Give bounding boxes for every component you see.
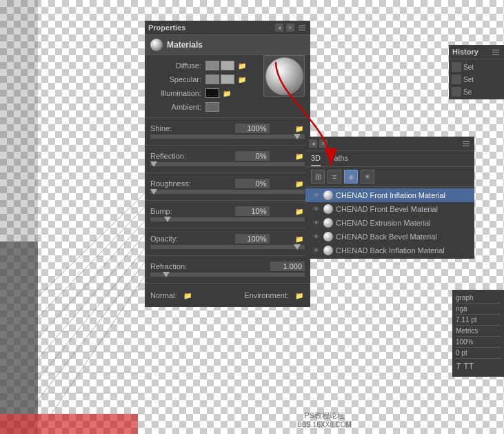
specular-folder-icon[interactable]: 📁 — [236, 75, 248, 84]
roughness-label: Roughness: — [150, 179, 212, 188]
history-item[interactable]: Set — [449, 73, 504, 86]
threed-tool-table[interactable]: ≡ — [327, 170, 341, 184]
environment-label: Environment: — [244, 291, 289, 299]
reflection-folder-icon[interactable]: 📁 — [294, 151, 305, 161]
material-list-item[interactable]: 👁 CHENAD Back Inflation Material — [305, 244, 474, 257]
ambient-label: Ambient: — [150, 103, 205, 111]
material-list-item[interactable]: 👁 CHENAD Front Inflation Material — [305, 188, 474, 202]
eye-icon[interactable]: 👁 — [311, 206, 321, 213]
divider2 — [145, 145, 310, 146]
threed-menu-icon[interactable] — [461, 139, 471, 148]
normal-label: Normal: — [150, 291, 177, 299]
bump-track[interactable] — [150, 217, 305, 221]
reflection-row: Reflection: 📁 — [145, 149, 310, 169]
eye-icon[interactable]: 👁 — [311, 247, 321, 254]
material-name: CHENAD Extrusion Material — [336, 219, 431, 227]
bump-value[interactable] — [235, 206, 270, 216]
close-button[interactable]: × — [286, 23, 294, 32]
eye-icon[interactable]: 👁 — [311, 233, 321, 240]
threed-panel: ◂ × 3D Paths ⊞ ≡ ◈ ☀ 👁 CHENAD Front Infl… — [305, 137, 474, 259]
roughness-value[interactable] — [235, 179, 270, 188]
eye-icon[interactable]: 👁 — [311, 192, 321, 199]
history-menu-icon[interactable] — [491, 47, 501, 57]
ambient-row: Ambient: — [145, 100, 310, 114]
roughness-thumb[interactable] — [150, 189, 157, 195]
material-icon — [323, 232, 333, 241]
svg-line-6 — [38, 221, 145, 338]
shine-row: Shine: 📁 — [145, 121, 310, 141]
ambient-swatch[interactable] — [205, 102, 219, 112]
specular-swatch[interactable] — [205, 75, 219, 84]
char-zoom-label: 100% — [456, 338, 474, 346]
shine-value[interactable] — [235, 124, 270, 133]
shine-track[interactable] — [150, 135, 305, 139]
svg-line-7 — [38, 207, 145, 317]
threed-tool-shape[interactable]: ◈ — [344, 170, 358, 184]
diffuse-swatch2[interactable] — [221, 61, 234, 70]
normal-folder-icon[interactable]: 📁 — [182, 290, 193, 300]
reflection-thumb[interactable] — [150, 161, 157, 167]
svg-line-4 — [38, 248, 145, 379]
roughness-folder-icon[interactable]: 📁 — [294, 179, 305, 188]
illumination-swatch[interactable] — [205, 88, 219, 98]
specular-swatch2[interactable] — [221, 75, 234, 84]
material-list-item[interactable]: 👁 CHENAD Back Bevel Material — [305, 230, 474, 244]
shine-label: Shine: — [150, 124, 212, 132]
character-panel: graph nga 7.11 pt Metrics 100% 0 pt T TT — [452, 290, 504, 377]
opacity-thumb[interactable] — [294, 244, 301, 250]
properties-panel: Properties ◂ × Materials Diffuse: 📁 Spec… — [145, 21, 310, 307]
material-list-item[interactable]: 👁 CHENAD Front Bevel Material — [305, 202, 474, 216]
refraction-row: Refraction: — [145, 259, 310, 279]
environment-folder-icon[interactable]: 📁 — [294, 290, 305, 300]
divider7 — [145, 283, 310, 284]
char-size-label: 7.11 pt — [456, 316, 477, 324]
reflection-track[interactable] — [150, 162, 305, 166]
eye-icon[interactable]: 👁 — [311, 219, 321, 226]
history-item-icon — [452, 87, 461, 97]
opacity-value[interactable] — [235, 234, 270, 244]
diffuse-swatch[interactable] — [205, 61, 219, 70]
bump-row: Bump: 📁 — [145, 204, 310, 224]
bump-folder-icon[interactable]: 📁 — [294, 206, 305, 216]
regular-T-icon: TT — [463, 362, 474, 371]
svg-line-2 — [38, 276, 145, 434]
refraction-value[interactable] — [270, 262, 305, 271]
threed-close-button[interactable]: × — [319, 139, 327, 148]
tab-3d[interactable]: 3D — [311, 151, 321, 166]
roughness-track[interactable] — [150, 190, 305, 194]
history-item[interactable]: Se — [449, 86, 504, 98]
diffuse-folder-icon[interactable]: 📁 — [236, 61, 248, 70]
material-preview-container — [263, 55, 305, 97]
tab-paths[interactable]: Paths — [329, 151, 348, 166]
minimize-button[interactable]: ◂ — [275, 23, 283, 32]
bump-thumb[interactable] — [164, 217, 171, 222]
char-nga-row: nga — [456, 304, 501, 315]
roughness-row: Roughness: 📁 — [145, 177, 310, 197]
char-metrics-row: Metrics — [456, 326, 501, 337]
materials-header: Materials — [145, 35, 310, 55]
illumination-folder-icon[interactable]: 📁 — [221, 88, 232, 98]
material-name: CHENAD Back Bevel Material — [336, 233, 437, 241]
material-name: CHENAD Back Inflation Material — [336, 246, 445, 255]
refraction-track[interactable] — [150, 273, 305, 277]
opacity-track[interactable] — [150, 245, 305, 249]
threed-tool-light[interactable]: ☀ — [361, 170, 374, 184]
materials-title: Materials — [167, 40, 203, 50]
char-pt-row: 0 pt — [456, 348, 501, 359]
bump-label: Bump: — [150, 207, 212, 215]
shine-thumb[interactable] — [294, 134, 301, 139]
char-graph-row: graph — [456, 293, 501, 304]
shine-folder-icon[interactable]: 📁 — [294, 124, 305, 133]
threed-minimize-button[interactable]: ◂ — [309, 139, 317, 148]
reflection-value[interactable] — [235, 151, 270, 161]
specular-label: Specular: — [150, 75, 205, 83]
history-item[interactable]: Set — [449, 61, 504, 73]
threed-tool-grid[interactable]: ⊞ — [311, 170, 325, 184]
refraction-thumb[interactable] — [163, 272, 170, 277]
opacity-folder-icon[interactable]: 📁 — [294, 234, 305, 244]
svg-rect-16 — [0, 414, 138, 434]
panel-menu-icon[interactable] — [297, 23, 307, 32]
material-list-item[interactable]: 👁 CHENAD Extrusion Material — [305, 216, 474, 230]
history-panel: History Set Set Se — [449, 45, 504, 99]
divider4 — [145, 200, 310, 201]
